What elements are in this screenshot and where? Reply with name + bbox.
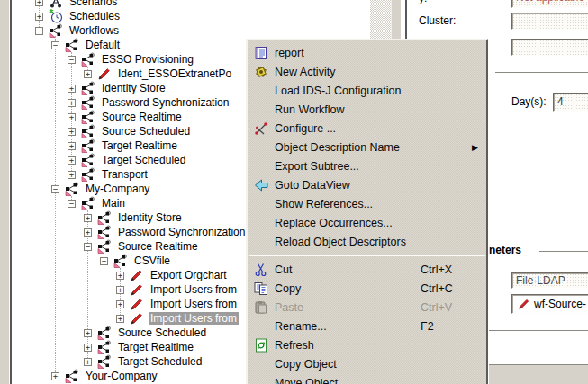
cluster-field[interactable]	[511, 13, 588, 30]
parameter-field-wf-source[interactable]: wf-Source-	[511, 294, 588, 314]
menu-item-export-subtree[interactable]: Export Subtree...	[248, 156, 486, 175]
tree-expander-icon[interactable]: +	[84, 70, 92, 78]
tree-expander-icon[interactable]: +	[68, 142, 76, 150]
menu-item-copy-object[interactable]: Copy Object	[248, 354, 486, 373]
workflow-icon	[81, 95, 95, 110]
tree-expander-icon[interactable]: +	[116, 300, 124, 308]
tree-expander-icon[interactable]: −	[84, 243, 92, 251]
tree-expander-icon[interactable]: −	[51, 185, 59, 193]
menu-separator	[249, 255, 485, 256]
scenarios-icon	[49, 0, 63, 9]
window-left-strip	[0, 0, 9, 384]
configure-icon	[254, 121, 268, 136]
tree-expander-icon[interactable]: +	[84, 344, 92, 352]
workflow-icon	[81, 124, 95, 138]
parameters-group-title: neters	[489, 244, 521, 256]
tree-item-label: Main	[100, 197, 127, 210]
tree-expander-icon[interactable]: +	[84, 228, 92, 237]
refresh-icon	[254, 338, 268, 353]
tree-item-label: Import Users from	[149, 283, 239, 296]
tree-expander-icon[interactable]: +	[84, 329, 92, 337]
menu-item-object-description-name[interactable]: Object Description Name▶	[248, 138, 486, 156]
tree-item-label: Default	[84, 39, 122, 51]
days-label: Day(s):	[511, 95, 547, 108]
tree-expander-icon[interactable]: +	[68, 113, 76, 121]
menu-icon-spacer	[254, 357, 268, 371]
panel-separator	[489, 330, 588, 331]
cluster-field-2[interactable]	[511, 39, 588, 56]
tree-item-label: Scenarios	[68, 0, 119, 8]
form-separator	[495, 72, 588, 73]
schedules-icon	[49, 9, 63, 23]
menu-item-label: Paste	[275, 301, 303, 314]
tree-item-label: Identity Store	[100, 82, 167, 94]
wf-source-value: wf-Source-	[534, 297, 586, 312]
top-field[interactable]: Not applicable	[511, 0, 588, 8]
tree-expander-icon[interactable]: −	[68, 200, 76, 208]
tree-expander-icon[interactable]: +	[51, 372, 59, 380]
menu-item-rename[interactable]: Rename...F2	[248, 317, 486, 335]
menu-item-copy[interactable]: CopyCtrl+C	[248, 279, 486, 298]
workflow-icon	[97, 340, 112, 354]
tree-item-label: Export Orgchart	[149, 269, 229, 281]
tree-item-label: Ident_ESSOExtranetPo	[116, 67, 233, 80]
tree-expander-icon[interactable]: +	[68, 156, 76, 165]
menu-item-new-activity[interactable]: New Activity	[248, 62, 486, 81]
menu-item-paste[interactable]: PasteCtrl+V	[248, 298, 486, 317]
tree-expander-icon[interactable]: −	[68, 56, 76, 64]
tree-item-scenarios[interactable]: +Scenarios	[12, 0, 405, 9]
tree-item-label: Password Synchronization	[116, 226, 247, 238]
menu-item-label: Export Subtree...	[275, 160, 359, 173]
menu-icon-spacer	[254, 84, 268, 98]
menu-item-run-workflow[interactable]: Run Workflow	[248, 100, 486, 119]
tree-expander-icon[interactable]: +	[68, 85, 76, 93]
tree-item-workflows[interactable]: −Workflows	[12, 23, 405, 38]
parameter-field-file[interactable]: File-LDAP	[511, 272, 588, 289]
menu-shortcut: Ctrl+X	[421, 263, 452, 276]
pencil-icon	[130, 282, 144, 297]
cut-icon	[254, 263, 268, 277]
workflow-icon	[65, 38, 79, 52]
clipped-label-fragment: y:	[419, 0, 427, 4]
tree-expander-icon[interactable]: −	[35, 27, 43, 35]
tree-expander-icon[interactable]: +	[84, 214, 92, 222]
menu-item-replace-occurrences[interactable]: Replace Occurrences...	[248, 213, 486, 232]
bottom-bar	[489, 364, 588, 384]
tree-vertical-scrollbar[interactable]	[370, 0, 391, 39]
tree-expander-icon[interactable]: +	[35, 0, 43, 6]
menu-item-cut[interactable]: CutCtrl+X	[248, 260, 486, 279]
menu-shortcut: Ctrl+V	[421, 301, 452, 314]
menu-icon-spacer	[254, 319, 268, 334]
menu-item-refresh[interactable]: Refresh	[248, 335, 486, 354]
workflow-icon	[97, 354, 112, 369]
menu-item-report[interactable]: report	[248, 43, 486, 62]
tree-expander-icon[interactable]: +	[116, 315, 124, 323]
context-menu: reportNew ActivityLoad IDS-J Configurati…	[246, 39, 488, 384]
menu-item-label: Cut	[275, 263, 292, 276]
tree-expander-icon[interactable]: −	[100, 257, 108, 265]
menu-item-goto-dataview[interactable]: Goto DataView	[248, 175, 486, 194]
workflow-icon	[97, 239, 112, 254]
tree-expander-icon[interactable]: +	[35, 13, 43, 21]
tree-expander-icon[interactable]: +	[68, 99, 76, 107]
tree-expander-icon[interactable]: +	[116, 272, 124, 280]
tree-item-label: Import Users from	[149, 298, 239, 310]
tree-expander-icon[interactable]: +	[68, 171, 76, 179]
tree-item-label: Target Scheduled	[100, 154, 187, 166]
tree-scrollbar-edge	[391, 0, 401, 39]
tree-item-schedules[interactable]: +Schedules	[12, 9, 405, 23]
menu-item-reload-object-descriptors[interactable]: Reload Object Descriptors	[248, 232, 486, 251]
workflow-icon	[113, 254, 128, 268]
workflow-icon	[81, 81, 95, 95]
tree-expander-icon[interactable]: +	[84, 358, 92, 366]
menu-item-configure[interactable]: Configure ...	[248, 119, 486, 138]
menu-item-load-ids-j-configuration[interactable]: Load IDS-J Configuration	[248, 81, 486, 100]
tree-expander-icon[interactable]: +	[68, 128, 76, 136]
menu-item-move-object[interactable]: Move Object	[248, 373, 486, 384]
tree-expander-icon[interactable]: −	[51, 41, 59, 49]
workflow-icon	[97, 225, 112, 239]
pencil-icon	[130, 297, 144, 311]
tree-expander-icon[interactable]: +	[116, 286, 124, 294]
menu-item-show-references[interactable]: Show References...	[248, 194, 486, 213]
days-field[interactable]: 4	[553, 93, 588, 112]
